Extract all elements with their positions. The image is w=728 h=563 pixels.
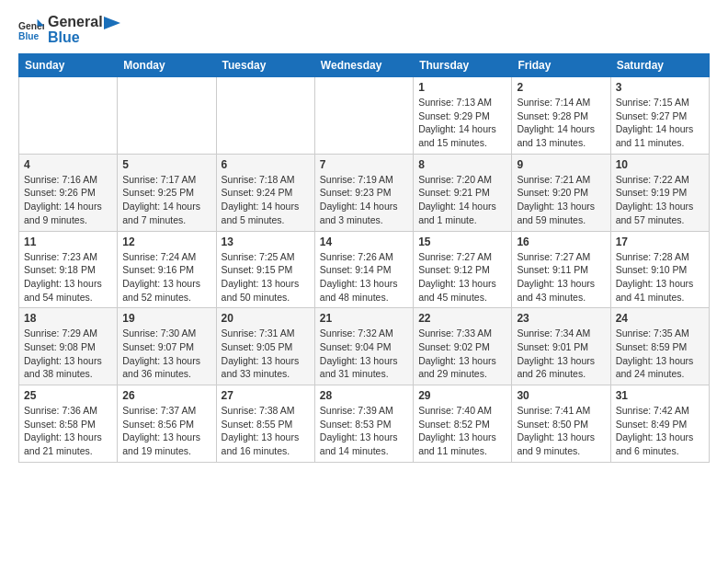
calendar-cell: 29Sunrise: 7:40 AM Sunset: 8:52 PM Dayli… <box>414 385 512 463</box>
day-content: Sunrise: 7:40 AM Sunset: 8:52 PM Dayligh… <box>418 404 506 458</box>
calendar-cell: 22Sunrise: 7:33 AM Sunset: 9:02 PM Dayli… <box>414 308 512 385</box>
logo-arrow-icon <box>104 17 120 29</box>
day-number: 1 <box>418 81 506 94</box>
day-content: Sunrise: 7:31 AM Sunset: 9:05 PM Dayligh… <box>222 327 310 381</box>
day-content: Sunrise: 7:38 AM Sunset: 8:55 PM Dayligh… <box>222 404 310 458</box>
day-content: Sunrise: 7:15 AM Sunset: 9:27 PM Dayligh… <box>616 96 704 150</box>
day-number: 21 <box>320 312 408 325</box>
logo-icon: General Blue <box>18 17 44 43</box>
calendar-cell: 17Sunrise: 7:28 AM Sunset: 9:10 PM Dayli… <box>610 231 709 308</box>
calendar-cell: 14Sunrise: 7:26 AM Sunset: 9:14 PM Dayli… <box>314 231 413 308</box>
day-number: 9 <box>517 158 605 171</box>
calendar-cell: 10Sunrise: 7:22 AM Sunset: 9:19 PM Dayli… <box>610 154 709 231</box>
calendar-cell: 13Sunrise: 7:25 AM Sunset: 9:15 PM Dayli… <box>216 231 314 308</box>
day-content: Sunrise: 7:22 AM Sunset: 9:19 PM Dayligh… <box>616 173 704 227</box>
day-number: 30 <box>517 389 605 402</box>
day-content: Sunrise: 7:39 AM Sunset: 8:53 PM Dayligh… <box>320 404 408 458</box>
day-number: 12 <box>122 236 210 248</box>
calendar-cell: 4Sunrise: 7:16 AM Sunset: 9:26 PM Daylig… <box>19 154 118 231</box>
weekday-header-monday: Monday <box>118 54 216 77</box>
calendar-cell: 27Sunrise: 7:38 AM Sunset: 8:55 PM Dayli… <box>216 385 314 463</box>
day-number: 17 <box>616 236 704 248</box>
calendar-cell: 18Sunrise: 7:29 AM Sunset: 9:08 PM Dayli… <box>19 308 118 385</box>
calendar-cell: 1Sunrise: 7:13 AM Sunset: 9:29 PM Daylig… <box>414 77 512 155</box>
calendar-cell: 26Sunrise: 7:37 AM Sunset: 8:56 PM Dayli… <box>118 385 216 463</box>
calendar-cell: 21Sunrise: 7:32 AM Sunset: 9:04 PM Dayli… <box>314 308 413 385</box>
calendar-cell: 3Sunrise: 7:15 AM Sunset: 9:27 PM Daylig… <box>610 77 709 155</box>
calendar-cell: 24Sunrise: 7:35 AM Sunset: 8:59 PM Dayli… <box>610 308 709 385</box>
day-content: Sunrise: 7:28 AM Sunset: 9:10 PM Dayligh… <box>616 250 704 304</box>
weekday-header-friday: Friday <box>512 54 610 77</box>
day-number: 14 <box>320 236 408 248</box>
day-number: 25 <box>24 389 112 402</box>
weekday-header-thursday: Thursday <box>414 54 512 77</box>
calendar-week-row: 11Sunrise: 7:23 AM Sunset: 9:18 PM Dayli… <box>19 231 710 308</box>
calendar-cell: 15Sunrise: 7:27 AM Sunset: 9:12 PM Dayli… <box>414 231 512 308</box>
calendar-cell <box>19 77 118 155</box>
day-content: Sunrise: 7:29 AM Sunset: 9:08 PM Dayligh… <box>24 327 112 381</box>
day-content: Sunrise: 7:14 AM Sunset: 9:28 PM Dayligh… <box>517 96 605 150</box>
day-number: 26 <box>122 389 210 402</box>
day-content: Sunrise: 7:37 AM Sunset: 8:56 PM Dayligh… <box>122 404 210 458</box>
calendar-cell: 25Sunrise: 7:36 AM Sunset: 8:58 PM Dayli… <box>19 385 118 463</box>
calendar-table: SundayMondayTuesdayWednesdayThursdayFrid… <box>18 53 710 463</box>
svg-text:Blue: Blue <box>18 31 40 41</box>
day-number: 18 <box>24 312 112 325</box>
calendar-cell: 8Sunrise: 7:20 AM Sunset: 9:21 PM Daylig… <box>414 154 512 231</box>
day-number: 15 <box>418 236 506 248</box>
calendar-cell: 20Sunrise: 7:31 AM Sunset: 9:05 PM Dayli… <box>216 308 314 385</box>
calendar-cell: 23Sunrise: 7:34 AM Sunset: 9:01 PM Dayli… <box>512 308 610 385</box>
weekday-header-tuesday: Tuesday <box>216 54 314 77</box>
day-number: 23 <box>517 312 605 325</box>
day-content: Sunrise: 7:33 AM Sunset: 9:02 PM Dayligh… <box>418 327 506 381</box>
calendar-cell <box>216 77 314 155</box>
calendar-cell: 19Sunrise: 7:30 AM Sunset: 9:07 PM Dayli… <box>118 308 216 385</box>
weekday-header-sunday: Sunday <box>19 54 118 77</box>
day-content: Sunrise: 7:17 AM Sunset: 9:25 PM Dayligh… <box>122 173 210 227</box>
day-number: 11 <box>24 236 112 248</box>
day-number: 19 <box>122 312 210 325</box>
calendar-cell: 28Sunrise: 7:39 AM Sunset: 8:53 PM Dayli… <box>314 385 413 463</box>
day-content: Sunrise: 7:20 AM Sunset: 9:21 PM Dayligh… <box>418 173 506 227</box>
day-number: 31 <box>616 389 704 402</box>
calendar-week-row: 4Sunrise: 7:16 AM Sunset: 9:26 PM Daylig… <box>19 154 710 231</box>
day-number: 13 <box>222 236 310 248</box>
day-number: 16 <box>517 236 605 248</box>
calendar-cell: 30Sunrise: 7:41 AM Sunset: 8:50 PM Dayli… <box>512 385 610 463</box>
day-number: 24 <box>616 312 704 325</box>
day-content: Sunrise: 7:26 AM Sunset: 9:14 PM Dayligh… <box>320 250 408 304</box>
day-content: Sunrise: 7:42 AM Sunset: 8:49 PM Dayligh… <box>616 404 704 458</box>
day-content: Sunrise: 7:27 AM Sunset: 9:11 PM Dayligh… <box>517 250 605 304</box>
calendar-week-row: 25Sunrise: 7:36 AM Sunset: 8:58 PM Dayli… <box>19 385 710 463</box>
day-content: Sunrise: 7:25 AM Sunset: 9:15 PM Dayligh… <box>222 250 310 304</box>
day-number: 20 <box>222 312 310 325</box>
day-content: Sunrise: 7:35 AM Sunset: 8:59 PM Dayligh… <box>616 327 704 381</box>
weekday-header-row: SundayMondayTuesdayWednesdayThursdayFrid… <box>19 54 710 77</box>
calendar-week-row: 18Sunrise: 7:29 AM Sunset: 9:08 PM Dayli… <box>19 308 710 385</box>
day-content: Sunrise: 7:21 AM Sunset: 9:20 PM Dayligh… <box>517 173 605 227</box>
logo: General Blue General Blue <box>18 15 120 46</box>
calendar-cell: 6Sunrise: 7:18 AM Sunset: 9:24 PM Daylig… <box>216 154 314 231</box>
calendar-cell: 31Sunrise: 7:42 AM Sunset: 8:49 PM Dayli… <box>610 385 709 463</box>
day-content: Sunrise: 7:19 AM Sunset: 9:23 PM Dayligh… <box>320 173 408 227</box>
day-number: 3 <box>616 81 704 94</box>
day-content: Sunrise: 7:13 AM Sunset: 9:29 PM Dayligh… <box>418 96 506 150</box>
day-content: Sunrise: 7:36 AM Sunset: 8:58 PM Dayligh… <box>24 404 112 458</box>
day-content: Sunrise: 7:16 AM Sunset: 9:26 PM Dayligh… <box>24 173 112 227</box>
calendar-cell: 12Sunrise: 7:24 AM Sunset: 9:16 PM Dayli… <box>118 231 216 308</box>
day-content: Sunrise: 7:30 AM Sunset: 9:07 PM Dayligh… <box>122 327 210 381</box>
calendar-cell <box>314 77 413 155</box>
day-number: 29 <box>418 389 506 402</box>
calendar-cell: 11Sunrise: 7:23 AM Sunset: 9:18 PM Dayli… <box>19 231 118 308</box>
logo-general-text: General <box>48 14 103 29</box>
day-content: Sunrise: 7:27 AM Sunset: 9:12 PM Dayligh… <box>418 250 506 304</box>
day-content: Sunrise: 7:32 AM Sunset: 9:04 PM Dayligh… <box>320 327 408 381</box>
day-content: Sunrise: 7:18 AM Sunset: 9:24 PM Dayligh… <box>222 173 310 227</box>
day-content: Sunrise: 7:41 AM Sunset: 8:50 PM Dayligh… <box>517 404 605 458</box>
day-number: 27 <box>222 389 310 402</box>
day-number: 8 <box>418 158 506 171</box>
header: General Blue General Blue <box>18 15 710 46</box>
calendar-cell: 16Sunrise: 7:27 AM Sunset: 9:11 PM Dayli… <box>512 231 610 308</box>
day-number: 4 <box>24 158 112 171</box>
day-number: 5 <box>122 158 210 171</box>
